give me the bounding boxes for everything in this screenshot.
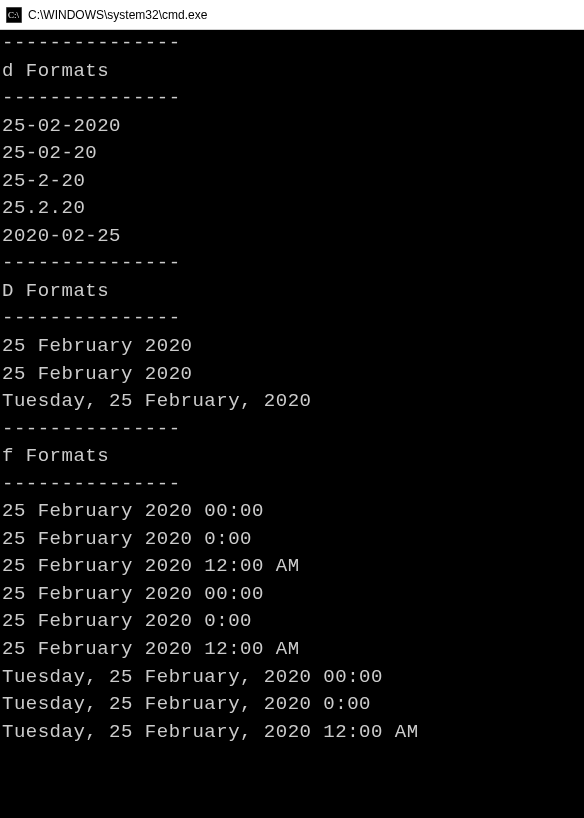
console-line: 25 February 2020 00:00	[2, 498, 582, 526]
console-line: f Formats	[2, 443, 582, 471]
console-line: 25 February 2020	[2, 333, 582, 361]
console-line: 25 February 2020	[2, 361, 582, 389]
console-line: Tuesday, 25 February, 2020	[2, 388, 582, 416]
console-line: 25-02-20	[2, 140, 582, 168]
console-line: 25 February 2020 00:00	[2, 581, 582, 609]
console-line: ---------------	[2, 305, 582, 333]
console-line: Tuesday, 25 February, 2020 12:00 AM	[2, 719, 582, 747]
console-line: 25 February 2020 0:00	[2, 526, 582, 554]
cmd-icon: C:\	[6, 7, 22, 23]
console-output[interactable]: ---------------d Formats---------------2…	[0, 30, 584, 818]
console-line: 25 February 2020 12:00 AM	[2, 636, 582, 664]
console-line: Tuesday, 25 February, 2020 00:00	[2, 664, 582, 692]
console-line: 25 February 2020 0:00	[2, 608, 582, 636]
window-title: C:\WINDOWS\system32\cmd.exe	[28, 8, 207, 22]
console-line: ---------------	[2, 471, 582, 499]
console-line: 25 February 2020 12:00 AM	[2, 553, 582, 581]
svg-text:C:\: C:\	[8, 10, 20, 20]
console-line: 25-02-2020	[2, 113, 582, 141]
console-line: ---------------	[2, 30, 582, 58]
console-line: 25-2-20	[2, 168, 582, 196]
console-line: ---------------	[2, 85, 582, 113]
console-line: 25.2.20	[2, 195, 582, 223]
console-line: 2020-02-25	[2, 223, 582, 251]
console-line: ---------------	[2, 416, 582, 444]
console-line: ---------------	[2, 250, 582, 278]
console-line: D Formats	[2, 278, 582, 306]
window-title-bar[interactable]: C:\ C:\WINDOWS\system32\cmd.exe	[0, 0, 584, 30]
console-line: Tuesday, 25 February, 2020 0:00	[2, 691, 582, 719]
console-line: d Formats	[2, 58, 582, 86]
